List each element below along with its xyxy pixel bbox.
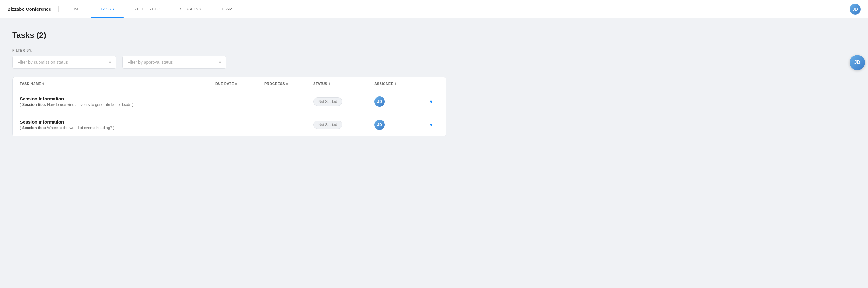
filter-label: FILTER BY: [12,48,446,52]
sort-icon-status [329,82,331,85]
row-1-assignee-avatar: JD [374,97,385,107]
row-1-assignee-initials: JD [377,99,382,104]
approval-filter-chevron: ▾ [219,60,221,64]
page-title: Tasks (2) [12,31,446,40]
header-user-avatar[interactable]: JD [850,4,861,15]
col-header-due-date[interactable]: DUE DATE [215,82,265,85]
col-header-status[interactable]: STATUS [313,82,374,85]
nav-item-sessions[interactable]: SESSIONS [170,0,211,18]
sort-icon-progress [286,82,288,85]
approval-status-filter[interactable]: Filter by approval status ▾ [122,56,226,69]
row-1-expand-icon: ▾ [430,98,432,105]
row-1-subtitle-text: How to use virtual events to generate be… [46,103,132,107]
col-header-task-name[interactable]: TASK NAME [20,82,215,85]
table-row: Session Information ( Session title: Whe… [12,113,446,136]
submission-status-placeholder: Filter by submission status [18,60,68,65]
page-avatar-initials: JD [854,60,860,65]
row-2-expand-icon: ▾ [430,121,432,128]
row-1-expand-button[interactable]: ▾ [430,98,432,105]
main-nav: HOME TASKS RESOURCES SESSIONS TEAM [59,0,850,18]
row-2-status: Not Started [313,120,374,129]
row-2-task-name-cell: Session Information ( Session title: Whe… [20,119,215,130]
row-2-status-badge: Not Started [313,120,342,129]
row-1-assignee: JD [374,97,423,107]
page-floating-avatar[interactable]: JD [850,55,865,70]
row-2-assignee-initials: JD [377,122,382,127]
submission-filter-chevron: ▾ [109,60,111,64]
col-header-assignee[interactable]: ASSIGNEE [374,82,423,85]
brand-name: Bizzabo Conference [7,6,59,11]
header: Bizzabo Conference HOME TASKS RESOURCES … [0,0,868,18]
row-1-task-name-cell: Session Information ( Session title: How… [20,96,215,107]
row-2-assignee: JD [374,119,423,130]
nav-item-team[interactable]: TEAM [211,0,242,18]
main-content: Tasks (2) FILTER BY: Filter by submissio… [0,18,459,149]
filter-row: Filter by submission status ▾ Filter by … [12,56,446,69]
col-header-progress[interactable]: PROGRESS [265,82,313,85]
table-row: Session Information ( Session title: How… [12,90,446,113]
row-1-status-badge: Not Started [313,97,342,106]
row-1-status: Not Started [313,97,374,106]
nav-item-resources[interactable]: RESOURCES [124,0,170,18]
row-2-expand-cell: ▾ [423,121,439,128]
sort-icon-due-date [235,82,237,85]
sort-icon-task-name [42,82,44,85]
row-2-subtitle-bold: Session title: [22,126,46,130]
col-header-expand [423,82,439,85]
sort-icon-assignee [395,82,396,85]
table-header: TASK NAME DUE DATE PROGRESS [12,77,446,90]
row-1-subtitle-bold: Session title: [22,103,46,107]
nav-item-home[interactable]: HOME [59,0,91,18]
row-1-task-subtitle: ( Session title: How to use virtual even… [20,103,215,107]
row-1-task-name: Session Information [20,96,215,101]
row-2-subtitle-text: Where is the world of events heading? [46,126,113,130]
submission-status-filter[interactable]: Filter by submission status ▾ [12,56,116,69]
row-2-assignee-avatar: JD [374,119,385,130]
row-1-expand-cell: ▾ [423,98,439,105]
approval-status-placeholder: Filter by approval status [127,60,173,65]
row-2-task-subtitle: ( Session title: Where is the world of e… [20,126,215,130]
task-table: TASK NAME DUE DATE PROGRESS [12,77,446,136]
row-2-expand-button[interactable]: ▾ [430,121,432,128]
header-avatar-initials: JD [852,7,858,11]
nav-item-tasks[interactable]: TASKS [91,0,124,18]
filter-section: FILTER BY: Filter by submission status ▾… [12,48,446,69]
row-2-task-name: Session Information [20,119,215,124]
